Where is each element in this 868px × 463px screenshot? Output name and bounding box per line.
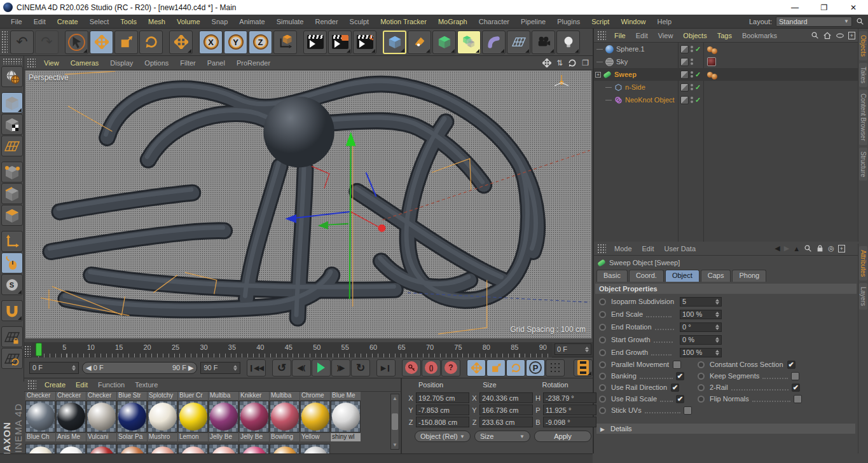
parent-up-icon[interactable]: ▲	[793, 245, 800, 252]
end-frame-field[interactable]: 90 F	[200, 362, 240, 374]
rotate-view-icon[interactable]	[568, 59, 577, 67]
enable-check[interactable]: ✓	[695, 71, 701, 79]
vp-menu-prorender[interactable]: ProRender	[231, 59, 276, 67]
range-end[interactable]: 90 F ▶	[172, 364, 194, 372]
spinner-arrows[interactable]	[585, 347, 589, 352]
visibility-dots[interactable]	[691, 59, 693, 65]
layer-toggle[interactable]	[680, 96, 689, 104]
menu-mesh[interactable]: Mesh	[142, 18, 171, 25]
goto-end-button[interactable]: ▶❙	[376, 359, 396, 377]
vp-menu-filter[interactable]: Filter	[174, 59, 201, 67]
spline-pen-button[interactable]	[408, 31, 431, 54]
texture-mode-button[interactable]	[1, 114, 23, 135]
spinner-arrows[interactable]	[715, 324, 719, 330]
menu-edit[interactable]: Edit	[28, 18, 52, 25]
keyframe-radio[interactable]	[599, 324, 606, 331]
menu-animate[interactable]: Animate	[233, 18, 270, 25]
snap-settings-button[interactable]: S	[1, 274, 23, 295]
material-name[interactable]: Blue Ch	[25, 433, 55, 441]
om-handle[interactable]	[597, 31, 606, 41]
live-selection-button[interactable]	[65, 31, 88, 54]
rotation-b-field[interactable]: -9.098 °	[543, 417, 596, 427]
material-sphere[interactable]	[149, 403, 177, 431]
constant-cross-section-checkbox[interactable]: ✔	[787, 361, 796, 369]
play-backwards-button[interactable]: ↺	[272, 359, 291, 377]
deformers-button[interactable]	[482, 31, 506, 54]
enable-check[interactable]: ✓	[695, 96, 701, 104]
size-x-field[interactable]: 240.336 cm	[479, 392, 533, 403]
viewport-solo-button[interactable]	[1, 252, 23, 273]
material-item-partial[interactable]	[56, 444, 86, 453]
keyframe-selection-button[interactable]: ?	[441, 359, 460, 377]
menu-file[interactable]: File	[5, 18, 28, 25]
material-sphere[interactable]	[240, 403, 268, 431]
spinner-arrows[interactable]	[715, 350, 719, 356]
menu-pipeline[interactable]: Pipeline	[515, 18, 551, 25]
keyframe-radio[interactable]	[599, 373, 606, 380]
attr-search-icon[interactable]	[804, 244, 812, 252]
spinner-arrows[interactable]	[233, 365, 237, 371]
material-sphere[interactable]	[179, 403, 207, 431]
tab-objects[interactable]: Objects	[859, 31, 867, 60]
autokey-button[interactable]: ()	[422, 359, 441, 377]
position-x-field[interactable]: 192.705 cm	[416, 392, 469, 403]
keyframe-radio[interactable]	[599, 407, 606, 414]
menu-help[interactable]: Help	[652, 18, 678, 25]
mat-menu-edit[interactable]: Edit	[71, 381, 93, 389]
use-rail-direction-checkbox[interactable]: ✔	[671, 384, 679, 392]
generators-sweep-button[interactable]	[457, 31, 481, 54]
material-sphere[interactable]	[301, 403, 329, 431]
history-forward-icon[interactable]: ▶	[784, 244, 789, 252]
object-row-sky[interactable]: Sky	[594, 55, 858, 68]
attr-menu-userdata[interactable]: User Data	[659, 245, 701, 252]
minimize-button[interactable]: —	[780, 0, 809, 15]
keyframe-radio[interactable]	[698, 396, 705, 403]
material-item[interactable]: Solar Pa	[117, 401, 147, 441]
toolbar-handle[interactable]	[1, 31, 8, 53]
material-item[interactable]: Mushro	[148, 401, 177, 441]
render-settings-button[interactable]: ⚙	[353, 31, 376, 54]
timeline-handle[interactable]	[24, 345, 31, 357]
enable-check[interactable]: ✓	[695, 45, 701, 53]
menu-select[interactable]: Select	[84, 18, 115, 25]
enable-snap-button[interactable]	[1, 300, 23, 321]
coord-mode-dropdown[interactable]: Object (Rel)▼	[415, 431, 471, 442]
tab-content-browser[interactable]: Content Browser	[859, 90, 867, 144]
mat-menu-function[interactable]: Function	[93, 381, 130, 389]
rotation-p-field[interactable]: 11.925 °	[543, 404, 596, 415]
enable-check[interactable]: ✓	[695, 83, 701, 92]
end-scale-input[interactable]: 100 %	[680, 310, 722, 319]
end-growth-input[interactable]: 100 %	[680, 348, 722, 357]
material-item[interactable]: Yellow	[300, 401, 330, 441]
keyframe-radio[interactable]	[698, 384, 705, 391]
menu-render[interactable]: Render	[309, 18, 343, 25]
viewport-menu-handle[interactable]	[27, 58, 36, 68]
track-target-icon[interactable]: ◎	[828, 244, 834, 252]
render-to-picture-viewer-button[interactable]	[328, 31, 352, 54]
use-rail-scale-checkbox[interactable]: ✔	[676, 395, 684, 403]
lock-z-axis-button[interactable]: Z	[249, 31, 272, 54]
material-scrollbar[interactable]: ▲ ▼	[390, 394, 399, 450]
coordinate-system-button[interactable]	[273, 31, 297, 54]
tab-coord[interactable]: Coord.	[629, 270, 664, 282]
material-name[interactable]: shiny wl	[331, 433, 361, 441]
tab-basic[interactable]: Basic	[596, 270, 628, 282]
previous-key-button[interactable]: ◀(	[292, 359, 311, 377]
toggle-view-icon[interactable]: ❐	[582, 59, 589, 67]
material-item[interactable]: Jelly Be	[239, 401, 269, 441]
menu-tools[interactable]: Tools	[114, 18, 142, 25]
workplane-mode-button[interactable]	[1, 135, 23, 156]
key-parameters-button[interactable]: P	[526, 359, 545, 377]
material-sphere[interactable]	[88, 403, 116, 431]
visibility-dots[interactable]	[691, 84, 693, 90]
material-item-partial[interactable]	[300, 444, 330, 453]
stick-uvs-checkbox[interactable]: ✔	[684, 406, 692, 415]
layer-toggle[interactable]	[680, 83, 689, 92]
material-name[interactable]: Jelly Be	[209, 433, 238, 441]
material-sphere[interactable]	[210, 403, 238, 431]
light-button[interactable]	[556, 31, 580, 54]
material-tags[interactable]	[707, 70, 717, 79]
visibility-dots[interactable]	[691, 71, 693, 78]
keyframe-radio[interactable]	[599, 311, 606, 318]
render-view-button[interactable]	[303, 31, 327, 54]
